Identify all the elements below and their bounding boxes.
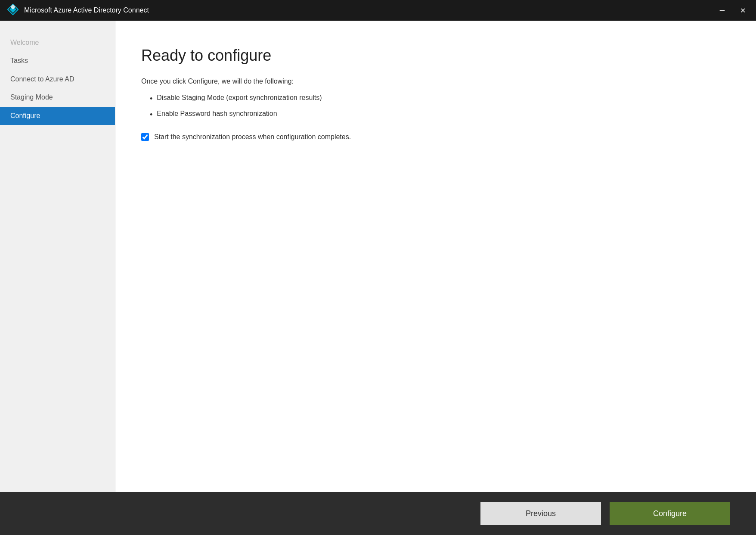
body-area: Welcome Tasks Connect to Azure AD Stagin…	[0, 21, 756, 492]
azure-logo-icon	[7, 3, 24, 17]
sidebar-item-connect-azure-ad: Connect to Azure AD	[0, 70, 115, 88]
sidebar-item-staging-mode: Staging Mode	[0, 88, 115, 106]
footer: Previous Configure	[0, 492, 756, 535]
sync-checkbox[interactable]	[141, 133, 149, 141]
sidebar-item-configure[interactable]: Configure	[0, 107, 115, 125]
window-content: Welcome Tasks Connect to Azure AD Stagin…	[0, 21, 756, 492]
list-item: Disable Staging Mode (export synchroniza…	[150, 94, 730, 104]
sidebar-item-tasks: Tasks	[0, 52, 115, 70]
sidebar: Welcome Tasks Connect to Azure AD Stagin…	[0, 21, 115, 492]
window-controls: ─ ✕	[716, 5, 749, 16]
sync-checkbox-label: Start the synchronization process when c…	[154, 133, 351, 141]
sync-checkbox-row: Start the synchronization process when c…	[141, 133, 730, 141]
sidebar-item-welcome: Welcome	[0, 34, 115, 52]
action-list: Disable Staging Mode (export synchroniza…	[150, 94, 730, 120]
description-text: Once you click Configure, we will do the…	[141, 78, 730, 85]
page-title: Ready to configure	[141, 47, 730, 65]
previous-button[interactable]: Previous	[480, 502, 601, 525]
configure-button[interactable]: Configure	[610, 502, 730, 525]
list-item: Enable Password hash synchronization	[150, 110, 730, 120]
close-button[interactable]: ✕	[737, 5, 749, 16]
window-title: Microsoft Azure Active Directory Connect	[24, 6, 716, 14]
main-content: Ready to configure Once you click Config…	[115, 21, 756, 492]
minimize-button[interactable]: ─	[716, 5, 728, 16]
titlebar: Microsoft Azure Active Directory Connect…	[0, 0, 756, 21]
